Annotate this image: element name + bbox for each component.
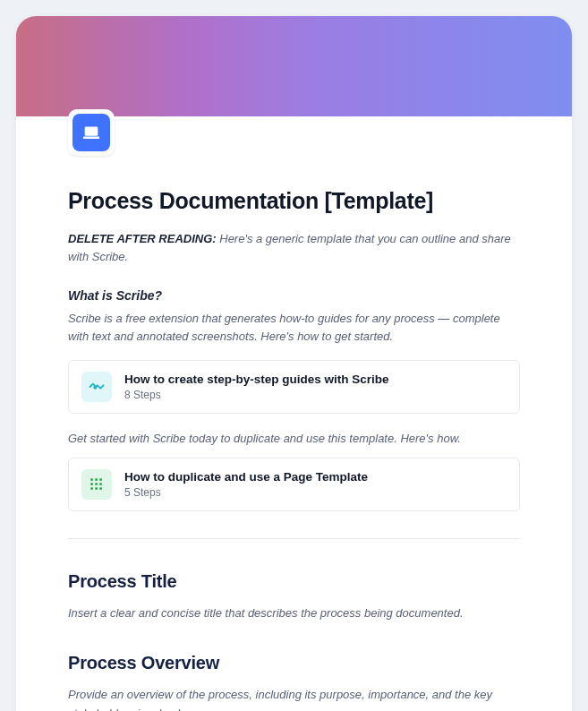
svg-rect-8 [99, 484, 102, 486]
document-body: Process Documentation [Template] DELETE … [16, 116, 572, 711]
guide-card-duplicate[interactable]: How to duplicate and use a Page Template… [68, 458, 520, 511]
svg-rect-3 [90, 479, 93, 482]
document-card: Process Documentation [Template] DELETE … [16, 16, 572, 711]
svg-rect-7 [95, 484, 98, 486]
section-desc-title: Insert a clear and concise title that de… [68, 604, 520, 622]
grid-icon [81, 469, 112, 500]
section-heading-overview: Process Overview [68, 653, 520, 673]
svg-rect-0 [85, 127, 98, 136]
svg-rect-11 [99, 488, 102, 491]
hero-icon-container [68, 109, 115, 156]
page-title: Process Documentation [Template] [68, 188, 520, 214]
delete-note: DELETE AFTER READING: Here's a generic t… [68, 230, 520, 265]
svg-rect-4 [95, 479, 98, 482]
laptop-icon [72, 114, 110, 151]
guide-title: How to create step-by-step guides with S… [124, 373, 389, 386]
hero-gradient [16, 16, 572, 116]
guide-card-create[interactable]: How to create step-by-step guides with S… [68, 360, 520, 414]
svg-point-2 [93, 386, 97, 390]
delete-note-label: DELETE AFTER READING: [68, 232, 217, 245]
svg-rect-9 [90, 488, 93, 491]
guide-steps: 8 Steps [124, 389, 389, 401]
svg-rect-6 [90, 484, 93, 486]
section-desc-overview: Provide an overview of the process, incl… [68, 686, 520, 711]
what-is-body: Scribe is a free extension that generate… [68, 310, 520, 346]
handshake-icon [81, 372, 112, 402]
what-is-heading: What is Scribe? [68, 288, 520, 303]
divider [68, 538, 520, 539]
between-text: Get started with Scribe today to duplica… [68, 432, 520, 445]
svg-rect-10 [95, 488, 98, 491]
guide-info: How to create step-by-step guides with S… [124, 373, 389, 401]
guide-title: How to duplicate and use a Page Template [124, 470, 368, 484]
svg-rect-5 [99, 479, 102, 482]
section-heading-title: Process Title [68, 571, 520, 592]
guide-steps: 5 Steps [124, 486, 368, 499]
svg-rect-1 [83, 137, 99, 139]
guide-info: How to duplicate and use a Page Template… [124, 470, 368, 499]
